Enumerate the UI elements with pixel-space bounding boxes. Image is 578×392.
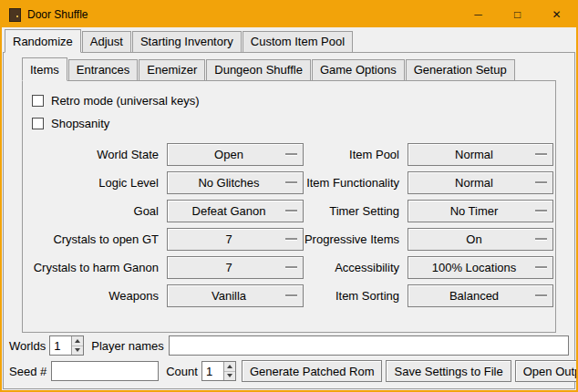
dropdown-indicator-icon	[285, 294, 297, 296]
dropdown-crystals-open-gt[interactable]: 7	[167, 228, 304, 251]
dropdown-world-state[interactable]: Open	[167, 143, 304, 166]
window-controls: ─ □ ✕	[459, 2, 576, 27]
dropdown-value: No Timer	[450, 204, 511, 218]
dropdown-indicator-icon	[285, 181, 297, 183]
dropdown-indicator-icon	[535, 266, 547, 268]
dropdown-indicator-icon	[535, 210, 547, 211]
dropdown-item-sorting[interactable]: Balanced	[408, 284, 553, 307]
dropdown-logic-level[interactable]: No Glitches	[167, 171, 304, 194]
field-logic-level: Logic Level No Glitches	[30, 169, 304, 197]
shopsanity-checkbox[interactable]: Shopsanity	[32, 112, 555, 135]
dropdown-goal[interactable]: Defeat Ganon	[167, 200, 304, 222]
field-label: Item Pool	[304, 148, 408, 161]
field-label: Timer Setting	[304, 204, 408, 218]
spin-up-icon[interactable]	[72, 336, 83, 346]
maximize-button[interactable]: □	[498, 2, 537, 27]
minimize-button[interactable]: ─	[459, 2, 498, 27]
dropdown-indicator-icon	[535, 181, 547, 183]
dropdown-item-functionality[interactable]: Normal	[408, 171, 553, 194]
save-settings-button[interactable]: Save Settings to File	[386, 360, 511, 382]
field-timer-setting: Timer Setting No Timer	[304, 197, 553, 225]
field-progressive-items: Progressive Items On	[304, 225, 553, 253]
dropdown-indicator-icon	[285, 210, 297, 211]
outer-tab-bar: Randomize Adjust Starting Inventory Cust…	[2, 27, 576, 52]
spin-down-icon[interactable]	[72, 346, 83, 356]
field-world-state: World State Open	[30, 140, 304, 169]
dropdown-value: Normal	[455, 176, 506, 190]
dropdown-progressive-items[interactable]: On	[408, 228, 553, 251]
tab-custom-item-pool[interactable]: Custom Item Pool	[243, 31, 353, 52]
tab-entrances[interactable]: Entrances	[68, 59, 139, 80]
field-accessibility: Accessibility 100% Locations	[304, 253, 553, 282]
field-goal: Goal Defeat Ganon	[30, 197, 304, 225]
spin-down-icon[interactable]	[224, 371, 235, 381]
dropdown-value: On	[466, 232, 494, 246]
tab-dungeon-shuffle[interactable]: Dungeon Shuffle	[206, 59, 311, 80]
dropdown-timer-setting[interactable]: No Timer	[408, 200, 553, 222]
checkbox-box-icon	[32, 118, 44, 129]
tab-randomize[interactable]: Randomize	[5, 29, 81, 53]
randomize-pane: Items Entrances Enemizer Dungeon Shuffle…	[3, 52, 575, 389]
settings-column-left: World State Open Logic Level No Glitches	[30, 140, 304, 310]
dropdown-indicator-icon	[535, 153, 547, 155]
dropdown-value: Open	[214, 148, 256, 161]
field-label: Item Functionality	[304, 176, 408, 190]
field-label: Goal	[30, 204, 167, 218]
window-title: Door Shuffle	[27, 8, 88, 21]
open-output-directory-button[interactable]: Open Output Directory	[515, 360, 578, 382]
count-spinbox[interactable]: 1	[201, 361, 236, 381]
checkbox-box-icon	[32, 95, 44, 107]
dropdown-crystals-harm-ganon[interactable]: 7	[167, 256, 304, 279]
field-label: Progressive Items	[304, 232, 408, 246]
tab-game-options[interactable]: Game Options	[312, 59, 405, 80]
dropdown-value: 7	[225, 232, 244, 246]
spinbox-arrows	[223, 362, 235, 380]
dropdown-indicator-icon	[535, 238, 547, 240]
spinbox-arrows	[71, 336, 83, 355]
tab-starting-inventory[interactable]: Starting Inventory	[132, 31, 242, 52]
settings-grid: World State Open Logic Level No Glitches	[23, 140, 555, 310]
inner-tab-bar: Items Entrances Enemizer Dungeon Shuffle…	[22, 57, 574, 80]
field-crystals-open-gt: Crystals to open GT 7	[30, 225, 304, 253]
worlds-row: Worlds 1 Player names	[9, 335, 569, 356]
player-names-input[interactable]	[169, 335, 569, 356]
tab-generation-setup[interactable]: Generation Setup	[406, 59, 515, 80]
close-button[interactable]: ✕	[537, 2, 576, 27]
field-crystals-harm-ganon: Crystals to harm Ganon 7	[30, 253, 304, 282]
dropdown-accessibility[interactable]: 100% Locations	[408, 256, 553, 279]
spinbox-value: 1	[50, 336, 71, 355]
field-label: World State	[30, 148, 167, 161]
worlds-spinbox[interactable]: 1	[49, 335, 84, 356]
field-label: Crystals to harm Ganon	[30, 261, 167, 274]
player-names-label: Player names	[91, 339, 163, 353]
seed-input[interactable]	[51, 361, 159, 381]
dropdown-value: 100% Locations	[432, 261, 530, 274]
dropdown-value: Vanilla	[212, 289, 259, 303]
bottom-bar: Worlds 1 Player names Seed # Count	[4, 333, 574, 388]
seed-row: Seed # Count 1 Generate Patched Rom Save…	[9, 360, 569, 382]
field-label: Logic Level	[30, 176, 167, 190]
field-label: Accessibility	[304, 261, 408, 274]
door-knob-icon	[16, 15, 18, 17]
tab-items[interactable]: Items	[22, 57, 67, 81]
field-weapons: Weapons Vanilla	[30, 282, 304, 310]
tab-enemizer[interactable]: Enemizer	[139, 59, 205, 80]
dropdown-indicator-icon	[285, 153, 297, 155]
titlebar: Door Shuffle ─ □ ✕	[2, 2, 576, 27]
spinbox-value: 1	[202, 362, 223, 380]
dropdown-indicator-icon	[285, 238, 297, 240]
door-shuffle-window: Door Shuffle ─ □ ✕ Randomize Adjust Star…	[0, 0, 578, 392]
field-label: Crystals to open GT	[30, 232, 167, 246]
retro-mode-checkbox[interactable]: Retro mode (universal keys)	[32, 89, 555, 112]
tab-adjust[interactable]: Adjust	[82, 31, 131, 52]
spin-up-icon[interactable]	[224, 362, 235, 371]
field-item-sorting: Item Sorting Balanced	[304, 282, 553, 310]
dropdown-value: Defeat Ganon	[192, 204, 279, 218]
generate-patched-rom-button[interactable]: Generate Patched Rom	[242, 360, 383, 382]
count-label: Count	[166, 365, 198, 378]
checkbox-label: Retro mode (universal keys)	[51, 94, 200, 108]
field-label: Item Sorting	[304, 289, 408, 303]
dropdown-weapons[interactable]: Vanilla	[167, 284, 304, 307]
dropdown-indicator-icon	[535, 294, 547, 296]
dropdown-item-pool[interactable]: Normal	[408, 143, 553, 166]
